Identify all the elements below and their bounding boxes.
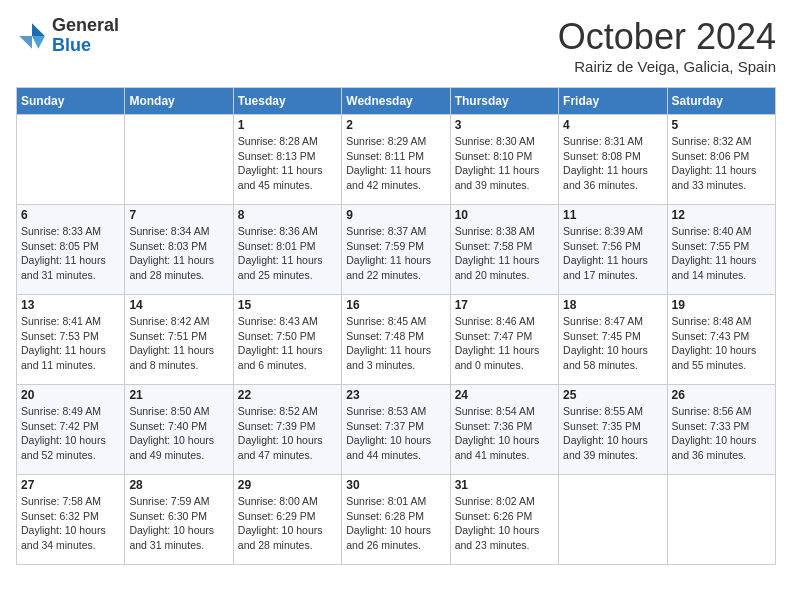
calendar-cell: 19Sunrise: 8:48 AM Sunset: 7:43 PM Dayli… bbox=[667, 295, 775, 385]
calendar-cell: 18Sunrise: 8:47 AM Sunset: 7:45 PM Dayli… bbox=[559, 295, 667, 385]
calendar-week-row: 6Sunrise: 8:33 AM Sunset: 8:05 PM Daylig… bbox=[17, 205, 776, 295]
day-number: 21 bbox=[129, 388, 228, 402]
day-info: Sunrise: 8:54 AM Sunset: 7:36 PM Dayligh… bbox=[455, 404, 554, 463]
calendar-week-row: 1Sunrise: 8:28 AM Sunset: 8:13 PM Daylig… bbox=[17, 115, 776, 205]
day-number: 29 bbox=[238, 478, 337, 492]
day-info: Sunrise: 8:32 AM Sunset: 8:06 PM Dayligh… bbox=[672, 134, 771, 193]
day-info: Sunrise: 8:00 AM Sunset: 6:29 PM Dayligh… bbox=[238, 494, 337, 553]
logo: General Blue bbox=[16, 16, 119, 56]
weekday-header: Saturday bbox=[667, 88, 775, 115]
day-info: Sunrise: 8:42 AM Sunset: 7:51 PM Dayligh… bbox=[129, 314, 228, 373]
day-number: 22 bbox=[238, 388, 337, 402]
calendar-cell: 9Sunrise: 8:37 AM Sunset: 7:59 PM Daylig… bbox=[342, 205, 450, 295]
svg-marker-2 bbox=[19, 36, 32, 49]
day-number: 16 bbox=[346, 298, 445, 312]
logo-text: General Blue bbox=[52, 16, 119, 56]
day-number: 18 bbox=[563, 298, 662, 312]
day-number: 12 bbox=[672, 208, 771, 222]
day-number: 8 bbox=[238, 208, 337, 222]
day-number: 26 bbox=[672, 388, 771, 402]
weekday-header: Wednesday bbox=[342, 88, 450, 115]
calendar-week-row: 27Sunrise: 7:58 AM Sunset: 6:32 PM Dayli… bbox=[17, 475, 776, 565]
day-number: 24 bbox=[455, 388, 554, 402]
calendar-cell: 7Sunrise: 8:34 AM Sunset: 8:03 PM Daylig… bbox=[125, 205, 233, 295]
day-number: 3 bbox=[455, 118, 554, 132]
calendar-cell: 24Sunrise: 8:54 AM Sunset: 7:36 PM Dayli… bbox=[450, 385, 558, 475]
calendar-cell: 12Sunrise: 8:40 AM Sunset: 7:55 PM Dayli… bbox=[667, 205, 775, 295]
calendar-cell: 25Sunrise: 8:55 AM Sunset: 7:35 PM Dayli… bbox=[559, 385, 667, 475]
weekday-header: Monday bbox=[125, 88, 233, 115]
day-info: Sunrise: 8:47 AM Sunset: 7:45 PM Dayligh… bbox=[563, 314, 662, 373]
logo-icon bbox=[16, 20, 48, 52]
page-header: General Blue October 2024 Rairiz de Veig… bbox=[16, 16, 776, 75]
calendar-cell: 20Sunrise: 8:49 AM Sunset: 7:42 PM Dayli… bbox=[17, 385, 125, 475]
calendar-cell bbox=[125, 115, 233, 205]
calendar-cell: 22Sunrise: 8:52 AM Sunset: 7:39 PM Dayli… bbox=[233, 385, 341, 475]
day-info: Sunrise: 8:45 AM Sunset: 7:48 PM Dayligh… bbox=[346, 314, 445, 373]
calendar-cell: 28Sunrise: 7:59 AM Sunset: 6:30 PM Dayli… bbox=[125, 475, 233, 565]
day-number: 27 bbox=[21, 478, 120, 492]
day-info: Sunrise: 8:43 AM Sunset: 7:50 PM Dayligh… bbox=[238, 314, 337, 373]
calendar-cell: 14Sunrise: 8:42 AM Sunset: 7:51 PM Dayli… bbox=[125, 295, 233, 385]
day-info: Sunrise: 8:53 AM Sunset: 7:37 PM Dayligh… bbox=[346, 404, 445, 463]
calendar-cell: 31Sunrise: 8:02 AM Sunset: 6:26 PM Dayli… bbox=[450, 475, 558, 565]
day-number: 25 bbox=[563, 388, 662, 402]
day-info: Sunrise: 8:31 AM Sunset: 8:08 PM Dayligh… bbox=[563, 134, 662, 193]
month-title: October 2024 bbox=[558, 16, 776, 58]
day-info: Sunrise: 8:34 AM Sunset: 8:03 PM Dayligh… bbox=[129, 224, 228, 283]
day-info: Sunrise: 8:50 AM Sunset: 7:40 PM Dayligh… bbox=[129, 404, 228, 463]
calendar-cell bbox=[667, 475, 775, 565]
day-info: Sunrise: 8:40 AM Sunset: 7:55 PM Dayligh… bbox=[672, 224, 771, 283]
calendar-cell: 23Sunrise: 8:53 AM Sunset: 7:37 PM Dayli… bbox=[342, 385, 450, 475]
day-info: Sunrise: 8:46 AM Sunset: 7:47 PM Dayligh… bbox=[455, 314, 554, 373]
calendar-cell: 4Sunrise: 8:31 AM Sunset: 8:08 PM Daylig… bbox=[559, 115, 667, 205]
day-number: 14 bbox=[129, 298, 228, 312]
day-number: 4 bbox=[563, 118, 662, 132]
day-number: 13 bbox=[21, 298, 120, 312]
day-number: 9 bbox=[346, 208, 445, 222]
calendar-cell bbox=[17, 115, 125, 205]
calendar-cell: 21Sunrise: 8:50 AM Sunset: 7:40 PM Dayli… bbox=[125, 385, 233, 475]
day-info: Sunrise: 8:39 AM Sunset: 7:56 PM Dayligh… bbox=[563, 224, 662, 283]
calendar-cell: 11Sunrise: 8:39 AM Sunset: 7:56 PM Dayli… bbox=[559, 205, 667, 295]
day-info: Sunrise: 8:48 AM Sunset: 7:43 PM Dayligh… bbox=[672, 314, 771, 373]
day-number: 5 bbox=[672, 118, 771, 132]
day-info: Sunrise: 8:36 AM Sunset: 8:01 PM Dayligh… bbox=[238, 224, 337, 283]
day-info: Sunrise: 8:38 AM Sunset: 7:58 PM Dayligh… bbox=[455, 224, 554, 283]
day-number: 31 bbox=[455, 478, 554, 492]
day-info: Sunrise: 8:33 AM Sunset: 8:05 PM Dayligh… bbox=[21, 224, 120, 283]
day-info: Sunrise: 8:29 AM Sunset: 8:11 PM Dayligh… bbox=[346, 134, 445, 193]
day-info: Sunrise: 7:58 AM Sunset: 6:32 PM Dayligh… bbox=[21, 494, 120, 553]
day-number: 2 bbox=[346, 118, 445, 132]
day-info: Sunrise: 8:01 AM Sunset: 6:28 PM Dayligh… bbox=[346, 494, 445, 553]
location-subtitle: Rairiz de Veiga, Galicia, Spain bbox=[558, 58, 776, 75]
calendar-cell: 17Sunrise: 8:46 AM Sunset: 7:47 PM Dayli… bbox=[450, 295, 558, 385]
calendar-cell: 6Sunrise: 8:33 AM Sunset: 8:05 PM Daylig… bbox=[17, 205, 125, 295]
weekday-header: Tuesday bbox=[233, 88, 341, 115]
calendar-week-row: 13Sunrise: 8:41 AM Sunset: 7:53 PM Dayli… bbox=[17, 295, 776, 385]
weekday-header: Thursday bbox=[450, 88, 558, 115]
calendar-cell: 3Sunrise: 8:30 AM Sunset: 8:10 PM Daylig… bbox=[450, 115, 558, 205]
calendar-cell: 30Sunrise: 8:01 AM Sunset: 6:28 PM Dayli… bbox=[342, 475, 450, 565]
calendar-cell: 13Sunrise: 8:41 AM Sunset: 7:53 PM Dayli… bbox=[17, 295, 125, 385]
day-number: 17 bbox=[455, 298, 554, 312]
day-number: 23 bbox=[346, 388, 445, 402]
svg-marker-1 bbox=[32, 36, 45, 49]
calendar-cell: 5Sunrise: 8:32 AM Sunset: 8:06 PM Daylig… bbox=[667, 115, 775, 205]
calendar-cell: 26Sunrise: 8:56 AM Sunset: 7:33 PM Dayli… bbox=[667, 385, 775, 475]
calendar-cell: 1Sunrise: 8:28 AM Sunset: 8:13 PM Daylig… bbox=[233, 115, 341, 205]
day-info: Sunrise: 8:52 AM Sunset: 7:39 PM Dayligh… bbox=[238, 404, 337, 463]
calendar-cell bbox=[559, 475, 667, 565]
svg-marker-0 bbox=[32, 23, 45, 36]
day-number: 10 bbox=[455, 208, 554, 222]
calendar-cell: 16Sunrise: 8:45 AM Sunset: 7:48 PM Dayli… bbox=[342, 295, 450, 385]
day-info: Sunrise: 8:30 AM Sunset: 8:10 PM Dayligh… bbox=[455, 134, 554, 193]
day-number: 30 bbox=[346, 478, 445, 492]
day-info: Sunrise: 8:41 AM Sunset: 7:53 PM Dayligh… bbox=[21, 314, 120, 373]
calendar-cell: 2Sunrise: 8:29 AM Sunset: 8:11 PM Daylig… bbox=[342, 115, 450, 205]
calendar-cell: 10Sunrise: 8:38 AM Sunset: 7:58 PM Dayli… bbox=[450, 205, 558, 295]
day-number: 15 bbox=[238, 298, 337, 312]
weekday-header-row: SundayMondayTuesdayWednesdayThursdayFrid… bbox=[17, 88, 776, 115]
day-info: Sunrise: 8:02 AM Sunset: 6:26 PM Dayligh… bbox=[455, 494, 554, 553]
calendar-table: SundayMondayTuesdayWednesdayThursdayFrid… bbox=[16, 87, 776, 565]
